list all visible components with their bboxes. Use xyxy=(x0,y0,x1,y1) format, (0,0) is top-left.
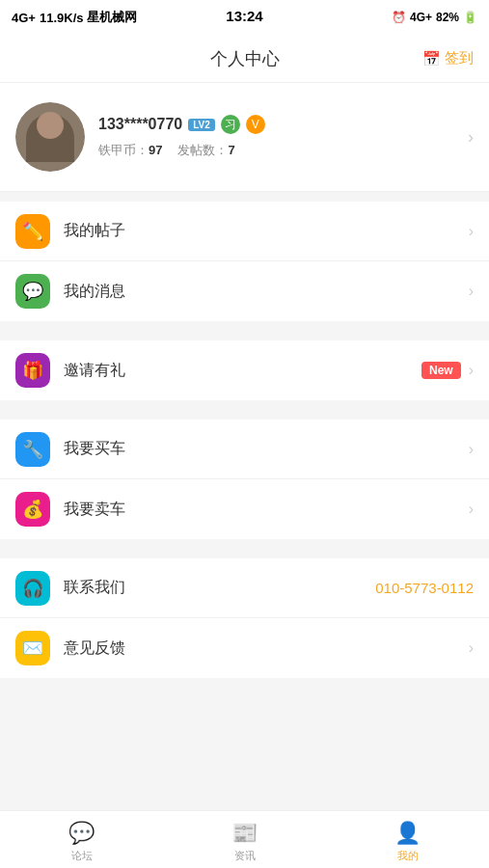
news-icon: 📰 xyxy=(231,821,258,846)
feedback-icon: ✉️ xyxy=(15,631,50,665)
battery-icon: 🔋 xyxy=(463,11,477,24)
profile-username: 133****0770 xyxy=(98,116,182,133)
tab-bar: 💬 论坛 📰 资讯 👤 我的 xyxy=(0,810,489,868)
profile-section[interactable]: 133****0770 LV2 习 V 铁甲币：97 发帖数：7 › xyxy=(0,83,489,192)
forum-icon: 💬 xyxy=(68,821,95,846)
buy-car-icon: 🔧 xyxy=(15,432,50,467)
invite-gift-new-badge: New xyxy=(421,362,461,379)
invite-gift-label: 邀请有礼 xyxy=(64,361,421,381)
nav-bar: 个人中心 📅 签到 xyxy=(0,35,489,83)
avatar xyxy=(15,102,85,172)
page-title: 个人中心 xyxy=(210,47,280,70)
coins-stat: 铁甲币：97 xyxy=(98,142,162,159)
profile-stats: 铁甲币：97 发帖数：7 xyxy=(98,142,468,159)
menu-item-buy-car[interactable]: 🔧我要买车› xyxy=(0,420,489,479)
right-signal: 4G+ xyxy=(410,11,432,24)
my-messages-label: 我的消息 xyxy=(64,282,469,302)
menu-section-0: ✏️我的帖子›💬我的消息› xyxy=(0,202,489,321)
invite-gift-arrow-icon: › xyxy=(469,362,474,379)
tab-news[interactable]: 📰 资讯 xyxy=(163,817,326,863)
contact-us-phone: 010-5773-0112 xyxy=(375,580,474,596)
sign-in-label: 签到 xyxy=(445,49,474,68)
signal-strength: 4G+ xyxy=(12,11,36,25)
my-posts-arrow-icon: › xyxy=(469,223,474,240)
my-posts-label: 我的帖子 xyxy=(64,221,469,241)
my-messages-icon: 💬 xyxy=(15,274,50,309)
invite-gift-icon: 🎁 xyxy=(15,353,50,388)
badge-study: 习 xyxy=(221,115,240,134)
sell-car-arrow-icon: › xyxy=(469,501,474,518)
sell-car-icon: 💰 xyxy=(15,492,50,527)
mine-label: 我的 xyxy=(397,849,419,863)
level-badge: LV2 xyxy=(188,119,215,131)
status-left: 4G+ 11.9K/s 星机械网 xyxy=(12,9,137,26)
section-divider-0 xyxy=(0,331,489,340)
tab-forum[interactable]: 💬 论坛 xyxy=(0,817,163,863)
badge-vip: V xyxy=(246,115,265,134)
menu-container: ✏️我的帖子›💬我的消息›🎁邀请有礼New›🔧我要买车›💰我要卖车›🎧联系我们0… xyxy=(0,202,489,678)
sign-in-button[interactable]: 📅 签到 xyxy=(422,49,474,68)
posts-stat: 发帖数：7 xyxy=(177,142,234,159)
status-bar: 4G+ 11.9K/s 星机械网 13:24 ⏰ 4G+ 82% 🔋 xyxy=(0,0,489,35)
forum-label: 论坛 xyxy=(71,849,93,863)
profile-info: 133****0770 LV2 习 V 铁甲币：97 发帖数：7 xyxy=(98,115,468,159)
buy-car-arrow-icon: › xyxy=(469,441,474,458)
section-divider-1 xyxy=(0,410,489,420)
sell-car-label: 我要卖车 xyxy=(64,500,469,520)
menu-section-2: 🔧我要买车›💰我要卖车› xyxy=(0,420,489,539)
battery-level: 82% xyxy=(436,11,459,24)
coins-value: 97 xyxy=(149,143,162,157)
section-divider-2 xyxy=(0,549,489,558)
posts-value: 7 xyxy=(228,143,234,157)
coins-label: 铁甲币： xyxy=(98,143,149,157)
carrier-name: 星机械网 xyxy=(87,9,137,26)
my-messages-arrow-icon: › xyxy=(469,283,474,300)
my-posts-icon: ✏️ xyxy=(15,214,50,249)
profile-name-row: 133****0770 LV2 习 V xyxy=(98,115,468,134)
menu-item-my-posts[interactable]: ✏️我的帖子› xyxy=(0,202,489,261)
menu-item-my-messages[interactable]: 💬我的消息› xyxy=(0,261,489,321)
menu-item-invite-gift[interactable]: 🎁邀请有礼New› xyxy=(0,340,489,400)
news-label: 资讯 xyxy=(234,849,256,863)
network-speed: 11.9K/s xyxy=(40,11,84,25)
contact-us-icon: 🎧 xyxy=(15,571,50,606)
buy-car-label: 我要买车 xyxy=(64,439,469,459)
calendar-icon: 📅 xyxy=(422,50,441,68)
feedback-label: 意见反馈 xyxy=(64,638,469,659)
menu-item-contact-us[interactable]: 🎧联系我们010-5773-0112 xyxy=(0,558,489,618)
status-time: 13:24 xyxy=(226,8,262,24)
posts-label: 发帖数： xyxy=(177,143,228,157)
menu-section-1: 🎁邀请有礼New› xyxy=(0,340,489,400)
status-right: ⏰ 4G+ 82% 🔋 xyxy=(392,11,477,24)
feedback-arrow-icon: › xyxy=(469,639,474,657)
alarm-icon: ⏰ xyxy=(392,11,406,24)
menu-item-sell-car[interactable]: 💰我要卖车› xyxy=(0,479,489,539)
menu-section-3: 🎧联系我们010-5773-0112✉️意见反馈› xyxy=(0,558,489,678)
contact-us-label: 联系我们 xyxy=(64,578,375,598)
menu-item-feedback[interactable]: ✉️意见反馈› xyxy=(0,618,489,678)
tab-mine[interactable]: 👤 我的 xyxy=(326,817,489,863)
mine-icon: 👤 xyxy=(394,821,421,846)
profile-arrow-icon: › xyxy=(468,127,474,148)
